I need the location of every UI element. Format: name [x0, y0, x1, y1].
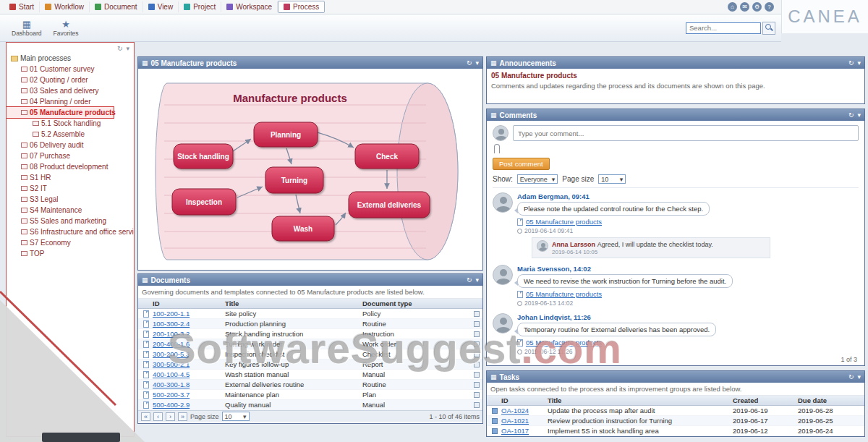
table-row[interactable]: 200-400-1.6Turning work orderWork order	[138, 339, 482, 349]
download-icon[interactable]	[474, 321, 480, 327]
comment-author[interactable]: Adam Bergman, 09:41	[517, 192, 859, 200]
comment-author[interactable]: Johan Lindqvist, 11:26	[517, 313, 859, 321]
help-icon[interactable]: ?	[765, 2, 774, 12]
first-page-button[interactable]: «	[141, 412, 150, 421]
document-id[interactable]: 500-400-2.9	[153, 401, 225, 409]
tree-item-s4[interactable]: S4 Maintenance	[7, 205, 134, 216]
refresh-button[interactable]: ↻	[848, 111, 854, 119]
task-id[interactable]: OA-1024	[501, 407, 548, 415]
comment-author[interactable]: Maria Svensson, 14:02	[517, 265, 859, 273]
tree-item-s3[interactable]: S3 Legal	[7, 194, 134, 205]
table-row[interactable]: 400-100-4.5Wash station manualManual	[138, 370, 482, 380]
table-row[interactable]: 300-500-2.1Key figures follow-upReport	[138, 360, 482, 370]
home-icon[interactable]: ⌂	[728, 2, 737, 12]
table-row[interactable]: 500-200-3.7Maintenance planPlan	[138, 390, 482, 400]
paperclip-icon[interactable]	[494, 144, 500, 153]
comments-pager[interactable]: 1 of 3	[841, 356, 857, 363]
download-icon[interactable]	[474, 331, 480, 337]
page-size-select[interactable]: 10 ▾	[222, 412, 250, 421]
download-icon[interactable]	[474, 382, 480, 388]
task-id[interactable]: OA-1021	[501, 417, 548, 425]
column-header-title[interactable]: Title	[548, 396, 733, 404]
column-header-type[interactable]: Document type	[362, 299, 456, 307]
tree-item-06[interactable]: 06 Delivery audit	[7, 140, 134, 150]
tree-collapse-button[interactable]: ▾	[126, 45, 129, 52]
collapse-button[interactable]: ▾	[475, 59, 479, 67]
table-row[interactable]: OA-1013Inspect wash station equipment201…	[487, 436, 864, 437]
menu-tab-process[interactable]: Process	[278, 1, 325, 13]
search-input[interactable]	[686, 22, 761, 34]
document-id[interactable]: 400-100-4.5	[153, 370, 225, 378]
table-row[interactable]: 500-400-2.9Quality manualManual	[138, 400, 482, 410]
tree-item-05-selected[interactable]: 05 Manufacture products	[7, 107, 114, 118]
show-filter-select[interactable]: Everyone ▾	[517, 174, 558, 184]
mail-icon[interactable]: ✉	[740, 2, 749, 12]
tree-item-04[interactable]: 04 Planning / order	[7, 96, 134, 107]
document-id[interactable]: 100-300-2.4	[153, 320, 225, 328]
search-button[interactable]	[762, 22, 775, 35]
tree-item-07[interactable]: 07 Purchase	[7, 150, 134, 161]
document-id[interactable]: 200-100-3.2	[153, 330, 225, 338]
tree-item-s2[interactable]: S2 IT	[7, 183, 134, 194]
column-header-id[interactable]: ID	[501, 396, 548, 404]
task-id[interactable]: OA-1017	[501, 427, 548, 435]
column-header-id[interactable]: ID	[153, 299, 225, 307]
tree-item-5-2[interactable]: 5.2 Assemble	[7, 129, 134, 140]
column-header-title[interactable]: Title	[225, 299, 362, 307]
tree-item-s5[interactable]: S5 Sales and marketing	[7, 216, 134, 226]
comment-process-link[interactable]: 05 Manufacture products	[526, 218, 602, 226]
table-row[interactable]: 300-200-5.3Inspection checklistChecklist	[138, 349, 482, 360]
document-id[interactable]: 300-500-2.1	[153, 360, 225, 368]
tree-item-08[interactable]: 08 Product development	[7, 161, 134, 172]
download-icon[interactable]	[474, 362, 480, 367]
reply-author[interactable]: Anna Larsson	[552, 241, 595, 248]
post-comment-button[interactable]: Post comment	[493, 158, 550, 170]
tree-item-s1[interactable]: S1 HR	[7, 172, 134, 183]
tree-item-top[interactable]: TOP	[7, 248, 134, 259]
comments-page-size-select[interactable]: 10 ▾	[598, 174, 626, 184]
tree-item-root[interactable]: Main processes	[7, 53, 134, 64]
previous-page-button[interactable]: ‹	[153, 412, 163, 421]
collapse-button[interactable]: ▾	[857, 59, 861, 67]
download-icon[interactable]	[474, 392, 480, 398]
table-row[interactable]: 100-300-2.4Production planningRoutine	[138, 319, 482, 329]
comment-process-link[interactable]: 05 Manufacture products	[526, 290, 602, 298]
download-icon[interactable]	[474, 372, 480, 378]
tree-item-01[interactable]: 01 Customer survey	[7, 64, 134, 75]
favorites-button[interactable]: ★ Favorites	[48, 18, 85, 38]
table-row[interactable]: OA-1021Review production instruction for…	[487, 416, 864, 426]
table-row[interactable]: OA-1017Implement 5S in stock handling ar…	[487, 426, 864, 436]
menu-tab-start[interactable]: Start	[4, 1, 40, 12]
document-id[interactable]: 300-200-5.3	[153, 350, 225, 358]
menu-tab-workspace[interactable]: Workspace	[221, 1, 278, 12]
tree-refresh-button[interactable]: ↻	[117, 45, 123, 52]
document-id[interactable]: 500-200-3.7	[153, 391, 225, 399]
last-page-button[interactable]: »	[178, 412, 187, 421]
refresh-button[interactable]: ↻	[467, 276, 472, 284]
refresh-button[interactable]: ↻	[848, 373, 854, 381]
tree-item-03[interactable]: 03 Sales and delivery	[7, 85, 134, 96]
download-icon[interactable]	[474, 341, 480, 347]
collapse-button[interactable]: ▾	[475, 276, 479, 284]
menu-tab-project[interactable]: Project	[179, 1, 221, 12]
table-row[interactable]: 200-100-3.2Stock handling instructionIns…	[138, 329, 482, 339]
tree-item-02[interactable]: 02 Quoting / order	[7, 75, 134, 85]
announcement-heading[interactable]: 05 Manufacture products	[491, 72, 860, 80]
document-id[interactable]: 100-200-1.1	[153, 310, 225, 318]
column-header-created[interactable]: Created	[733, 396, 798, 404]
table-row[interactable]: 400-300-1.8External deliveries routineRo…	[138, 380, 482, 390]
collapse-button[interactable]: ▾	[857, 111, 861, 119]
tree-item-s6[interactable]: S6 Infrastructure and office services	[7, 226, 134, 237]
menu-tab-view[interactable]: View	[143, 1, 179, 12]
tree-item-s7[interactable]: S7 Economy	[7, 237, 134, 248]
comment-input[interactable]	[513, 125, 859, 141]
tree-item-5-1[interactable]: 5.1 Stock handling	[7, 118, 134, 129]
table-row[interactable]: OA-1024Update the process map after audi…	[487, 406, 864, 416]
comment-process-link[interactable]: 05 Manufacture products	[526, 339, 602, 347]
download-icon[interactable]	[474, 352, 480, 357]
table-row[interactable]: 100-200-1.1Site policyPolicy	[138, 309, 482, 319]
collapse-button[interactable]: ▾	[857, 373, 861, 381]
dashboard-button[interactable]: ▦ Dashboard	[6, 18, 48, 38]
refresh-button[interactable]: ↻	[848, 59, 854, 67]
comment-reply[interactable]: Anna Larsson Agreed, I will update the c…	[532, 237, 770, 258]
